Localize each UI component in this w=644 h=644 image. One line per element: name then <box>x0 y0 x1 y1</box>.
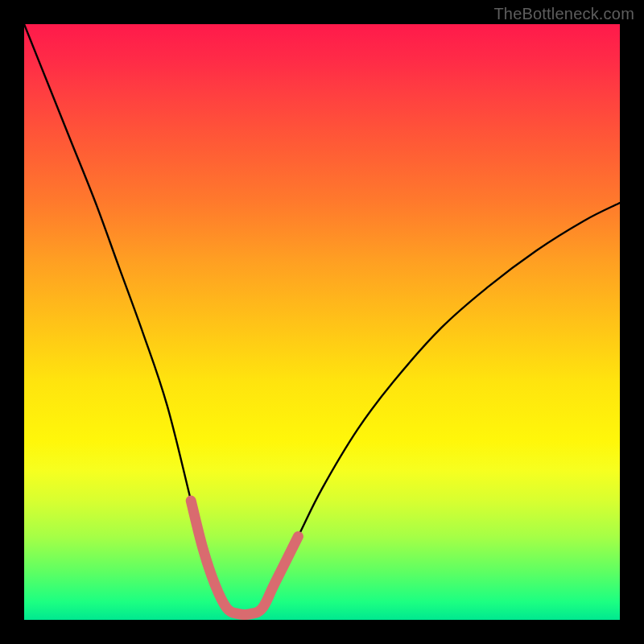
bottleneck-curve <box>24 24 620 615</box>
bottleneck-curve-highlight <box>191 501 298 615</box>
watermark-text: TheBottleneck.com <box>493 5 634 23</box>
plot-area <box>24 24 620 620</box>
chart-frame: TheBottleneck.com <box>0 0 644 644</box>
curve-layer <box>24 24 620 620</box>
